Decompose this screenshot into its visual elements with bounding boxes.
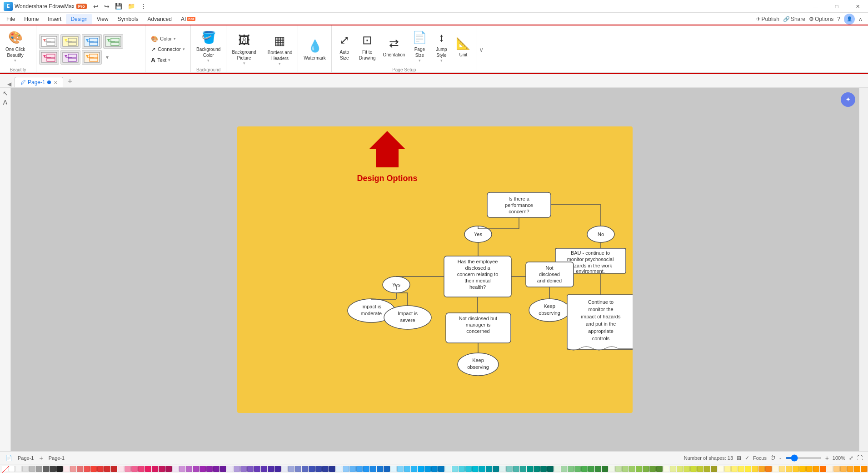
fit-screen-btn[interactable]: ⤢	[849, 455, 853, 461]
color-swatch-3[interactable]	[29, 466, 35, 472]
color-swatch-49[interactable]	[343, 466, 349, 472]
color-swatch-48[interactable]	[336, 466, 342, 472]
color-swatch-44[interactable]	[309, 466, 315, 472]
page-name-btn[interactable]: Page-1	[49, 455, 65, 461]
color-swatch-68[interactable]	[472, 466, 479, 472]
redo-btn[interactable]: ↪	[102, 2, 111, 11]
menu-advanced[interactable]: Advanced	[143, 14, 176, 24]
color-swatch-36[interactable]	[254, 466, 260, 472]
color-swatch-106[interactable]	[731, 466, 738, 472]
style-btn-2[interactable]	[60, 34, 80, 49]
zoom-out-btn[interactable]: -	[779, 454, 782, 462]
style-btn-6[interactable]	[60, 50, 80, 65]
color-swatch-116[interactable]	[799, 466, 806, 472]
color-swatch-63[interactable]	[438, 466, 444, 472]
color-swatch-46[interactable]	[322, 466, 329, 472]
color-swatch-123[interactable]	[847, 466, 853, 472]
color-swatch-42[interactable]	[295, 466, 301, 472]
color-swatch-108[interactable]	[745, 466, 751, 472]
collapse-btn[interactable]: ∧	[858, 16, 863, 22]
color-swatch-21[interactable]	[152, 466, 158, 472]
color-swatch-58[interactable]	[404, 466, 410, 472]
color-swatch-27[interactable]	[193, 466, 199, 472]
publish-btn[interactable]: ✈ Publish	[756, 16, 779, 22]
color-swatch-7[interactable]	[56, 466, 63, 472]
color-swatch-39[interactable]	[274, 466, 281, 472]
color-swatch-117[interactable]	[806, 466, 813, 472]
style-nav-arrow[interactable]: ▾	[103, 50, 111, 65]
color-swatch-1[interactable]	[15, 466, 22, 472]
color-swatch-31[interactable]	[220, 466, 226, 472]
color-swatch-60[interactable]	[418, 466, 424, 472]
color-swatch-52[interactable]	[363, 466, 369, 472]
color-swatch-77[interactable]	[534, 466, 540, 472]
color-swatch-98[interactable]	[677, 466, 683, 472]
color-swatch-82[interactable]	[568, 466, 574, 472]
color-swatch-5[interactable]	[43, 466, 49, 472]
tab-page1[interactable]: 🖊 Page-1 ✕	[15, 77, 63, 87]
color-swatch-10[interactable]	[77, 466, 83, 472]
save-icon[interactable]: 💾	[113, 2, 124, 10]
ai-assist-btn[interactable]: ✦	[841, 92, 855, 107]
color-swatch-107[interactable]	[738, 466, 744, 472]
menu-file[interactable]: File	[2, 14, 20, 24]
help-btn[interactable]: ?	[837, 16, 840, 22]
borders-headers-btn[interactable]: ▦ Borders andHeaders ▾	[265, 35, 295, 65]
options-btn[interactable]: ⚙ Options	[809, 16, 833, 22]
menu-view[interactable]: View	[92, 14, 113, 24]
color-swatch-113[interactable]	[779, 466, 785, 472]
color-swatch-83[interactable]	[574, 466, 581, 472]
color-swatch-81[interactable]	[561, 466, 567, 472]
color-swatch-88[interactable]	[609, 466, 615, 472]
color-swatch-72[interactable]	[499, 466, 506, 472]
color-swatch-90[interactable]	[622, 466, 629, 472]
avatar[interactable]: 👤	[844, 14, 855, 25]
focus-btn[interactable]: Focus	[753, 455, 767, 461]
color-swatch-54[interactable]	[377, 466, 383, 472]
color-swatch-40[interactable]	[281, 466, 288, 472]
ribbon-collapse[interactable]: ∨	[477, 25, 485, 73]
style-btn-1[interactable]	[39, 34, 59, 49]
color-swatch-114[interactable]	[786, 466, 792, 472]
orientation-btn[interactable]: ⇄ Orientation	[380, 31, 408, 62]
color-swatch-102[interactable]	[704, 466, 710, 472]
connector-btn[interactable]: ↗ Connector ▾	[148, 45, 188, 54]
color-swatch-71[interactable]	[493, 466, 499, 472]
color-swatch-100[interactable]	[690, 466, 697, 472]
style-btn-3[interactable]	[82, 34, 102, 49]
color-swatch-51[interactable]	[356, 466, 363, 472]
style-btn-7[interactable]	[82, 50, 102, 65]
zoom-in-btn[interactable]: +	[825, 454, 829, 462]
color-swatch-80[interactable]	[554, 466, 560, 472]
color-swatch-4[interactable]	[36, 466, 42, 472]
color-swatch-124[interactable]	[854, 466, 860, 472]
color-swatch-17[interactable]	[125, 466, 131, 472]
undo-btn[interactable]: ↩	[91, 2, 100, 11]
color-swatch-79[interactable]	[547, 466, 554, 472]
color-swatch-65[interactable]	[452, 466, 458, 472]
color-swatch-94[interactable]	[649, 466, 656, 472]
zoom-slider[interactable]	[785, 457, 822, 459]
color-swatch-61[interactable]	[424, 466, 431, 472]
color-swatch-37[interactable]	[261, 466, 267, 472]
unit-btn[interactable]: 📐 Unit	[453, 31, 473, 62]
color-swatch-29[interactable]	[206, 466, 213, 472]
color-swatch-121[interactable]	[833, 466, 840, 472]
color-swatch-45[interactable]	[315, 466, 322, 472]
color-swatch-110[interactable]	[758, 466, 765, 472]
color-swatch-14[interactable]	[104, 466, 110, 472]
color-swatch-24[interactable]	[172, 466, 179, 472]
more-icon[interactable]: ⋮	[139, 2, 148, 10]
menu-ai[interactable]: AI hot	[176, 14, 200, 24]
color-swatch-26[interactable]	[186, 466, 192, 472]
layer-icon[interactable]: ⊞	[737, 455, 741, 461]
maximize-btn[interactable]: □	[826, 0, 847, 13]
color-swatch-73[interactable]	[506, 466, 513, 472]
style-btn-5[interactable]	[39, 50, 59, 65]
spellcheck-icon[interactable]: ✓	[745, 455, 749, 461]
color-swatch-104[interactable]	[718, 466, 724, 472]
color-swatch-53[interactable]	[370, 466, 376, 472]
page-icon[interactable]: 📄	[5, 455, 12, 461]
color-swatch-97[interactable]	[670, 466, 676, 472]
color-swatch-34[interactable]	[240, 466, 247, 472]
